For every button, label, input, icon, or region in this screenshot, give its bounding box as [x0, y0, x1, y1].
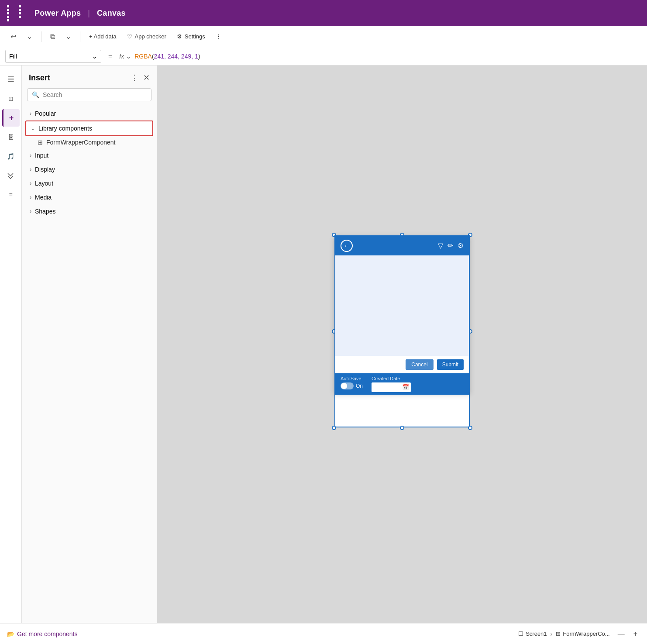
dropdown-chevron-icon: ⌄	[92, 53, 97, 60]
toolbar-sep-2	[80, 31, 80, 42]
rgba-values: 241, 244, 249, 1	[154, 53, 198, 60]
submit-button[interactable]: Submit	[437, 359, 464, 370]
edit-icon[interactable]: ✏	[447, 241, 453, 250]
sel-handle-bc	[400, 426, 404, 430]
gear-icon: ⚙	[177, 33, 182, 40]
toggle-track	[341, 382, 354, 389]
search-input[interactable]	[43, 91, 147, 98]
layers-icon: ⊡	[8, 95, 14, 102]
breadcrumb-component[interactable]: ⊞ FormWrapperCo...	[556, 630, 609, 637]
media-label: Media	[35, 194, 52, 201]
more-icon: ⋮	[216, 33, 221, 40]
sidebar-icons: ☰ ⊡ + 🗄 🎵 ≡	[0, 65, 22, 623]
popular-label: Popular	[35, 110, 56, 117]
main-layout: ☰ ⊡ + 🗄 🎵 ≡ Insert ⋮ ✕	[0, 65, 647, 623]
insert-close-button[interactable]: ✕	[143, 73, 150, 83]
top-bar: Power Apps | Canvas	[0, 0, 647, 26]
tree-item-display[interactable]: › Display	[25, 162, 153, 176]
zoom-controls: — +	[615, 629, 640, 639]
insert-more-button[interactable]: ⋮	[128, 72, 141, 84]
toolbar-sep-1	[41, 31, 41, 42]
undo-button[interactable]: ↩	[7, 31, 20, 42]
connections-icon	[7, 172, 15, 179]
settings-icon[interactable]: ⚙	[458, 241, 464, 250]
cancel-button[interactable]: Cancel	[406, 359, 433, 370]
insert-title: Insert	[29, 73, 50, 83]
app-checker-button[interactable]: ♡ App checker	[124, 31, 170, 41]
hamburger-icon: ☰	[7, 75, 14, 84]
layout-label: Layout	[35, 180, 53, 187]
created-date-field: Created Date 📅	[372, 376, 411, 392]
rgba-keyword: RGBA	[134, 53, 152, 60]
zoom-plus-button[interactable]: +	[631, 629, 640, 639]
fx-label: fx	[119, 53, 124, 60]
redo-button[interactable]: ⌄	[23, 31, 36, 42]
form-wrapper-component: ← ▽ ✏ ⚙ Cancel Submit	[334, 235, 470, 393]
more-button[interactable]: ⋮	[212, 31, 225, 41]
zoom-minus-button[interactable]: —	[615, 629, 627, 639]
property-value: Fill	[9, 53, 17, 60]
paren-close: )	[198, 53, 200, 60]
status-bar: 📂 Get more components ☐ Screen1 › ⊞ Form…	[0, 623, 647, 644]
back-button[interactable]: ←	[341, 240, 353, 252]
app-sub: Canvas	[97, 9, 126, 18]
copy-button[interactable]: ⧉	[47, 31, 59, 42]
insert-plus-icon: +	[9, 114, 14, 123]
sidebar-item-insert[interactable]: +	[2, 109, 20, 127]
tree-item-input[interactable]: › Input	[25, 148, 153, 162]
dropdown-arrow-icon: ⌄	[65, 32, 71, 41]
formula-input[interactable]: RGBA(241, 244, 249, 1)	[134, 53, 642, 60]
component-label: FormWrapperCo...	[563, 630, 609, 637]
app-grid-icon[interactable]	[7, 5, 29, 21]
sidebar-item-hamburger[interactable]: ☰	[2, 71, 20, 88]
autosave-field: AutoSave On	[341, 376, 363, 392]
tree-item-library-components[interactable]: ⌄ Library components	[25, 121, 153, 136]
sidebar-item-layers[interactable]: ⊡	[2, 90, 20, 107]
fx-button[interactable]: fx ⌄	[119, 53, 131, 60]
undo-icon: ↩	[10, 32, 16, 41]
tree-item-layout[interactable]: › Layout	[25, 176, 153, 190]
copy-icon: ⧉	[50, 33, 55, 41]
created-date-input[interactable]: 📅	[372, 382, 411, 392]
component-icon: ⊞	[38, 139, 43, 146]
insert-tree: › Popular ⌄ Library components ⊞ FormWra…	[22, 107, 157, 623]
app-checker-label: App checker	[135, 33, 166, 40]
chevron-right-icon: ›	[30, 110, 31, 117]
add-data-button[interactable]: + Add data	[86, 31, 120, 41]
sidebar-item-media[interactable]: 🎵	[2, 148, 20, 165]
tree-item-media[interactable]: › Media	[25, 190, 153, 204]
formula-bar: Fill ⌄ = fx ⌄ RGBA(241, 244, 249, 1)	[0, 47, 647, 65]
input-label: Input	[35, 152, 48, 159]
screen-label: Screen1	[526, 630, 547, 637]
get-more-label: Get more components	[17, 630, 78, 637]
breadcrumb: ☐ Screen1 › ⊞ FormWrapperCo...	[518, 630, 610, 637]
tree-item-popular[interactable]: › Popular	[25, 107, 153, 121]
created-date-label: Created Date	[372, 376, 411, 381]
toggle-thumb	[341, 383, 347, 389]
get-more-components-button[interactable]: 📂 Get more components	[7, 630, 78, 637]
breadcrumb-arrow: ›	[551, 630, 553, 637]
copy-dropdown-button[interactable]: ⌄	[62, 31, 75, 42]
property-dropdown[interactable]: Fill ⌄	[5, 50, 101, 63]
settings-label: Settings	[185, 33, 205, 40]
sidebar-item-connections[interactable]	[2, 167, 20, 184]
settings-button[interactable]: ⚙ Settings	[173, 31, 209, 41]
chevron-right-icon-6: ›	[30, 208, 31, 214]
chevron-right-icon-5: ›	[30, 194, 31, 200]
tree-item-form-wrapper[interactable]: ⊞ FormWrapperComponent	[25, 136, 153, 148]
form-extra-area	[334, 393, 470, 427]
chevron-down-icon: ⌄	[31, 125, 35, 131]
canvas-component-wrapper: ← ▽ ✏ ⚙ Cancel Submit	[334, 235, 470, 427]
filter-icon[interactable]: ▽	[438, 241, 443, 250]
chevron-right-icon-4: ›	[30, 180, 31, 186]
sidebar-item-data[interactable]: 🗄	[2, 128, 20, 146]
redo-icon: ⌄	[27, 32, 32, 41]
autosave-label: AutoSave	[341, 376, 363, 381]
breadcrumb-screen[interactable]: ☐ Screen1	[518, 630, 547, 637]
tree-item-shapes[interactable]: › Shapes	[25, 204, 153, 218]
search-box: 🔍	[27, 88, 151, 101]
canvas-area[interactable]: ← ▽ ✏ ⚙ Cancel Submit	[157, 65, 647, 623]
sidebar-item-variables[interactable]: ≡	[2, 186, 20, 203]
form-wrapper-label: FormWrapperComponent	[46, 139, 115, 146]
autosave-toggle[interactable]: On	[341, 382, 363, 389]
